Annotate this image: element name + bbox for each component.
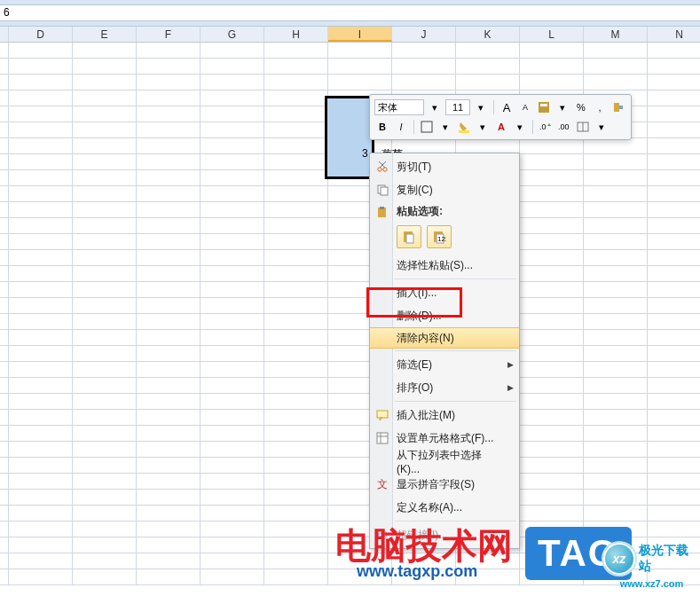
menu-copy[interactable]: 复制(C) — [370, 178, 519, 201]
grid-cell[interactable] — [9, 234, 73, 250]
grid-cell[interactable] — [9, 218, 73, 234]
grid-cell[interactable] — [264, 90, 328, 106]
grid-cell[interactable] — [648, 234, 700, 250]
grid-cell[interactable] — [456, 43, 520, 59]
grid-cell[interactable] — [9, 474, 73, 490]
grid-cell[interactable] — [648, 282, 700, 298]
grid-cell[interactable] — [9, 250, 73, 266]
grid-cell[interactable] — [137, 362, 201, 378]
col-header-G[interactable]: G — [201, 27, 264, 42]
grid-cell[interactable] — [73, 410, 137, 426]
grid-cell[interactable] — [584, 410, 648, 426]
col-header-L[interactable]: L — [520, 27, 584, 42]
grid-cell[interactable] — [73, 474, 137, 490]
grid-cell[interactable] — [137, 330, 201, 346]
grid-cell[interactable] — [648, 186, 700, 202]
grid-cell[interactable] — [201, 346, 264, 362]
grid-cell[interactable] — [264, 154, 328, 170]
grid-cell[interactable] — [201, 298, 264, 314]
dropdown-icon[interactable]: ▾ — [475, 119, 491, 135]
grid-cell[interactable] — [264, 170, 328, 186]
grid-cell[interactable] — [648, 170, 700, 186]
grid-cell[interactable] — [264, 474, 328, 490]
grid-cell[interactable] — [9, 410, 73, 426]
grid-cell[interactable] — [520, 394, 584, 410]
grid-cell[interactable] — [9, 106, 73, 122]
grid-cell[interactable] — [137, 90, 201, 106]
grid-cell[interactable] — [584, 59, 648, 74]
grid-cell[interactable] — [584, 506, 648, 522]
menu-insert-comment[interactable]: 插入批注(M) — [370, 404, 519, 427]
grid-cell[interactable] — [392, 59, 456, 74]
grid-cell[interactable] — [328, 59, 392, 74]
grid-cell[interactable] — [648, 90, 700, 106]
menu-pick-from-list[interactable]: 从下拉列表中选择(K)... — [370, 450, 519, 473]
grid-cell[interactable] — [201, 458, 264, 474]
grid-cell[interactable] — [264, 346, 328, 362]
grid-cell[interactable] — [648, 442, 700, 458]
grid-cell[interactable] — [264, 186, 328, 202]
grid-cell[interactable] — [137, 314, 201, 330]
grid-cell[interactable] — [137, 394, 201, 410]
grid-cell[interactable] — [520, 410, 584, 426]
grid-cell[interactable] — [201, 378, 264, 394]
grid-cell[interactable] — [520, 202, 584, 218]
grid-cell[interactable] — [201, 154, 264, 170]
grid-cell[interactable] — [201, 218, 264, 234]
grid-cell[interactable] — [73, 362, 137, 378]
font-name-dropdown-icon[interactable]: ▾ — [427, 99, 443, 115]
grid-cell[interactable] — [264, 458, 328, 474]
grid-cell[interactable] — [137, 154, 201, 170]
grid-cell[interactable] — [264, 378, 328, 394]
dropdown-icon[interactable]: ▾ — [437, 119, 453, 135]
grid-cell[interactable] — [520, 330, 584, 346]
menu-filter[interactable]: 筛选(E) ▶ — [370, 353, 519, 376]
grid-cell[interactable] — [264, 426, 328, 442]
grid-cell[interactable] — [264, 266, 328, 282]
grid-cell[interactable] — [137, 59, 201, 74]
grid-cell[interactable] — [264, 59, 328, 74]
grid-cell[interactable] — [201, 138, 264, 154]
grid-cell[interactable] — [73, 186, 137, 202]
grid-cell[interactable] — [201, 43, 264, 59]
col-header-N[interactable]: N — [648, 27, 700, 42]
grid-cell[interactable] — [137, 250, 201, 266]
grid-cell[interactable] — [137, 426, 201, 442]
grid-cell[interactable] — [264, 553, 328, 569]
border-button[interactable] — [419, 119, 435, 135]
grid-cell[interactable] — [648, 346, 700, 362]
grid-cell[interactable] — [520, 138, 584, 154]
grid-cell[interactable] — [9, 43, 73, 59]
grid-cell[interactable] — [137, 410, 201, 426]
increase-decimal-button[interactable]: .00 — [556, 119, 572, 135]
grid-cell[interactable] — [648, 330, 700, 346]
grid-cell[interactable] — [648, 218, 700, 234]
grid-cell[interactable] — [137, 442, 201, 458]
grid-cell[interactable] — [201, 314, 264, 330]
grid-cell[interactable] — [73, 170, 137, 186]
grid-cell[interactable] — [584, 426, 648, 442]
grid-cell[interactable] — [648, 43, 700, 59]
grid-cell[interactable] — [137, 298, 201, 314]
grid-cell[interactable] — [264, 537, 328, 553]
grid-cell[interactable] — [520, 234, 584, 250]
grid-cell[interactable] — [584, 490, 648, 506]
grid-cell[interactable] — [201, 234, 264, 250]
grid-cell[interactable] — [137, 522, 201, 537]
grid-cell[interactable] — [73, 154, 137, 170]
grid-cell[interactable] — [584, 330, 648, 346]
grid-cell[interactable] — [137, 43, 201, 59]
comma-button[interactable]: , — [592, 99, 608, 115]
context-menu[interactable]: 剪切(T) 复制(C) 粘贴选项: 123 选择性粘贴(S)... 插入(I).… — [369, 153, 520, 549]
grid-cell[interactable] — [73, 553, 137, 569]
menu-show-pinyin[interactable]: 文 显示拼音字段(S) — [370, 473, 519, 496]
fill-color-button[interactable] — [456, 119, 472, 135]
grid-cell[interactable] — [137, 569, 201, 585]
grid-cell[interactable] — [648, 266, 700, 282]
grid-cell[interactable] — [264, 569, 328, 585]
grid-cell[interactable] — [584, 298, 648, 314]
grid-cell[interactable] — [137, 122, 201, 138]
grid-cell[interactable] — [648, 74, 700, 90]
grid-cell[interactable] — [73, 282, 137, 298]
grid-cell[interactable] — [264, 122, 328, 138]
